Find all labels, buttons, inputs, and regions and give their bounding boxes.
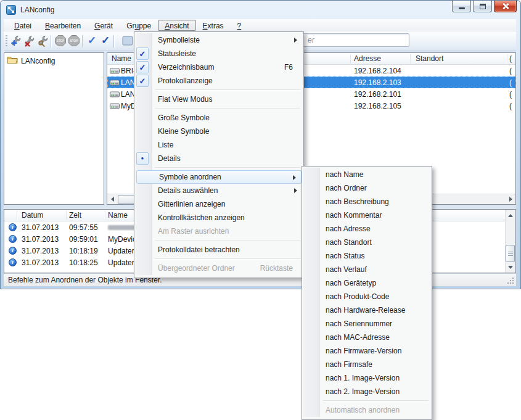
scroll-right-arrow[interactable] [506, 194, 515, 204]
menu-item-nach-ger-tetyp[interactable]: nach Gerätetyp [303, 276, 430, 290]
sort-submenu: nach Namenach Ordnernach Beschreibungnac… [302, 166, 432, 420]
menu-item-nach-standort[interactable]: nach Standort [303, 236, 430, 249]
stop-icon[interactable]: STOP [54, 35, 67, 47]
menu-item-nach-hardware-release[interactable]: nach Hardware-Release [303, 303, 430, 317]
menu-item-symbole-anordnen[interactable]: Symbole anordnen [136, 170, 302, 184]
menu-item-symbolleiste[interactable]: Symbolleiste [136, 33, 302, 47]
menu-item-nach-ordner[interactable]: nach Ordner [303, 181, 430, 195]
menu-item-details[interactable]: ●Details [136, 152, 302, 165]
column-separator [105, 211, 105, 220]
menu-item-nach-beschreibung[interactable]: nach Beschreibung [303, 195, 430, 208]
clipped-icon[interactable] [121, 35, 134, 47]
menu-item-protokollanzeige[interactable]: ✓Protokollanzeige [136, 74, 302, 88]
log-column-header-datum[interactable]: Datum [22, 211, 43, 220]
checkmark-icon: ✓ [136, 47, 149, 60]
scroll-up-arrow[interactable] [506, 210, 515, 220]
menu-item-bergeordneter-ordner: Übergeordneter OrdnerRücktaste [136, 261, 302, 275]
toolbar-separator [82, 35, 83, 47]
device-clipped-cell: ( [509, 78, 512, 87]
submenu-arrow-icon [294, 38, 297, 43]
config-delete-icon[interactable] [23, 35, 35, 47]
menu-separator [136, 106, 302, 111]
log-column-header-name[interactable]: Name [108, 211, 128, 220]
menu-item-nach-adresse[interactable]: nach Adresse [303, 222, 430, 236]
checkmark-icon: ✓ [136, 61, 149, 73]
config-add-icon[interactable] [9, 35, 22, 47]
menu-item-label: Liste [158, 141, 173, 149]
menu-item-nach-1-image-version[interactable]: nach 1. Image-Version [303, 371, 430, 385]
vertical-scrollbar-thumb[interactable] [506, 245, 515, 262]
menubar-item-datei[interactable]: Datei [7, 20, 38, 31]
maximize-button[interactable] [473, 1, 492, 12]
device-icon [110, 102, 120, 111]
menu-separator [136, 238, 302, 243]
toolbar-grip[interactable] [6, 35, 7, 47]
folder-icon [7, 56, 18, 66]
menu-item-label: nach Hardware-Release [326, 306, 405, 315]
menu-item-protokolldatei-betrachten[interactable]: Protokolldatei betrachten [136, 243, 302, 257]
menubar-item-extras[interactable]: Extras [196, 20, 231, 31]
menu-item-nach-status[interactable]: nach Status [303, 249, 430, 263]
device-address: 192.168.2.105 [354, 102, 401, 110]
menu-item-nach-kommentar[interactable]: nach Kommentar [303, 208, 430, 222]
menu-item-label: nach Firmsafe [326, 360, 372, 369]
submenu-arrow-icon [294, 188, 297, 193]
stop-all-icon[interactable]: STOP [68, 35, 80, 47]
menu-item-verzeichnisbaum[interactable]: ✓VerzeichnisbaumF6 [136, 60, 302, 74]
close-button[interactable] [494, 1, 517, 12]
info-icon: i [9, 223, 17, 231]
toolbar-separator [113, 35, 114, 47]
menu-item-nach-seriennummer[interactable]: nach Seriennummer [303, 317, 430, 331]
menu-item-kontrollk-stchen-anzeigen[interactable]: Kontrollkästchen anzeigen [136, 211, 302, 224]
column-header-adresse[interactable]: Adresse [354, 54, 381, 63]
menu-item-liste[interactable]: Liste [136, 138, 302, 152]
menu-item-label: nach Adresse [326, 224, 371, 233]
config-search-icon[interactable] [36, 35, 49, 47]
menu-separator [136, 88, 302, 93]
check-icon[interactable]: ✓ [86, 35, 98, 47]
menu-separator [136, 257, 302, 261]
menubar: DateiBearbeitenGerätGruppeAnsichtExtras? [4, 19, 516, 31]
menu-item-nach-firmware-version[interactable]: nach Firmware-Version [303, 344, 430, 358]
menubar-item-gruppe[interactable]: Gruppe [120, 20, 158, 31]
menu-item-nach-produkt-code[interactable]: nach Produkt-Code [303, 290, 430, 303]
app-icon [6, 5, 16, 15]
menu-item-label: nach Seriennummer [326, 319, 392, 328]
titlebar[interactable]: LANconfig [1, 1, 520, 19]
menu-item-label: nach MAC-Adresse [326, 333, 390, 342]
menu-item-nach-2-image-version[interactable]: nach 2. Image-Version [303, 385, 430, 398]
maximize-icon [480, 4, 486, 9]
minimize-button[interactable] [452, 1, 471, 12]
log-column-header-zeit[interactable]: Zeit [69, 211, 81, 220]
menubar-item-ger-t[interactable]: Gerät [88, 20, 120, 31]
column-header-item[interactable]: ( [509, 54, 512, 63]
menu-item-statusleiste[interactable]: ✓Statusleiste [136, 47, 302, 60]
menu-item-label: Gitterlinien anzeigen [158, 200, 225, 208]
column-header-name[interactable]: Name [112, 54, 131, 63]
check-all-icon[interactable]: ✓ [99, 35, 112, 47]
menu-item-flat-view-modus[interactable]: Flat View Modus [136, 93, 302, 106]
menu-item-gitterlinien-anzeigen[interactable]: Gitterlinien anzeigen [136, 197, 302, 211]
resize-grip[interactable] [512, 278, 514, 279]
menu-item-nach-name[interactable]: nach Name [303, 168, 430, 181]
menu-item-label: nach Name [326, 170, 363, 179]
menubar-item-bearbeiten[interactable]: Bearbeiten [38, 20, 88, 31]
svg-text:STOP: STOP [70, 39, 78, 43]
menu-item-details-ausw-hlen[interactable]: Details auswählen [136, 184, 302, 197]
menu-item-label: nach Gerätetyp [326, 279, 376, 287]
menu-item-gro-e-symbole[interactable]: Große Symbole [136, 111, 302, 125]
scroll-down-arrow[interactable] [506, 262, 515, 272]
menu-item-nach-verlauf[interactable]: nach Verlauf [303, 263, 430, 276]
menubar-item-?[interactable]: ? [231, 20, 248, 31]
menu-item-label: Automatisch anordnen [326, 406, 400, 414]
menu-item-label: Details [158, 154, 181, 163]
tree-item-lanconfig[interactable]: LANconfig [7, 56, 55, 66]
scroll-left-arrow[interactable] [107, 194, 117, 204]
column-header-standort[interactable]: Standort [416, 54, 443, 63]
menubar-item-ansicht[interactable]: Ansicht [158, 20, 195, 31]
menu-shortcut: Rücktaste [260, 261, 293, 275]
menu-item-nach-mac-adresse[interactable]: nach MAC-Adresse [303, 331, 430, 344]
menu-item-nach-firmsafe[interactable]: nach Firmsafe [303, 358, 430, 371]
menu-item-kleine-symbole[interactable]: Kleine Symbole [136, 125, 302, 138]
info-icon: i [9, 235, 17, 243]
